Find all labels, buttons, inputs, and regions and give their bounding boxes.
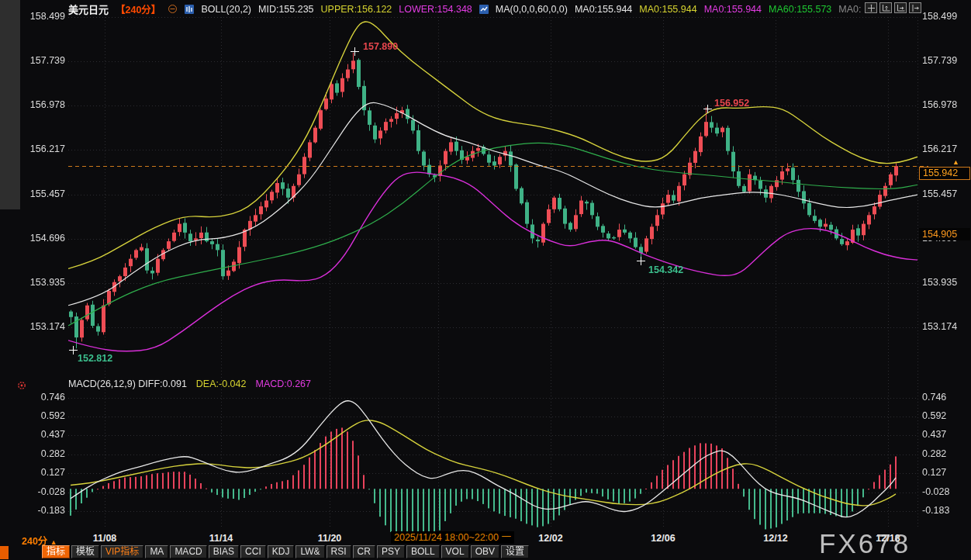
macd-axis-label: 0.592 bbox=[22, 410, 65, 421]
ma60-value: MA60:155.573 bbox=[769, 4, 831, 15]
date-label: 12/12 bbox=[763, 533, 787, 544]
macd-axis-label: 0.592 bbox=[922, 410, 965, 421]
toolbar-cci-button[interactable]: CCI bbox=[240, 545, 266, 558]
macd-settings-icon[interactable] bbox=[16, 380, 27, 394]
toolbar-cr-button[interactable]: CR bbox=[353, 545, 375, 558]
toolbar-obv-button[interactable]: OBV bbox=[471, 545, 499, 558]
crosshair-datetime-label: 2025/11/24 18:00~22:00 一 bbox=[391, 531, 514, 544]
macd-axis-label: -0.183 bbox=[22, 505, 65, 516]
price-axis-label: 153.174 bbox=[922, 321, 965, 332]
price-axis-label: 153.174 bbox=[22, 321, 65, 332]
macd-title-diff-value: MACD(26,12,9) DIFF:0.091 bbox=[68, 379, 187, 389]
date-label: 12/18 bbox=[876, 533, 900, 544]
ma0-magenta-value: MA0:155.944 bbox=[704, 4, 762, 15]
macd-header: MACD(26,12,9) DIFF:0.091 DEA:-0.042 MACD… bbox=[68, 379, 311, 389]
ma0-gray-value: MA0: bbox=[838, 4, 861, 15]
macd-axis-label: 0.282 bbox=[922, 448, 965, 459]
ma-indicator-icon[interactable] bbox=[479, 5, 489, 14]
corner-accent bbox=[0, 546, 9, 559]
macd-axis-label: -0.028 bbox=[22, 486, 65, 497]
price-axis-label: 158.499 bbox=[22, 11, 65, 22]
secondary-price-badge: 154.905 bbox=[919, 228, 970, 240]
price-axis-label: 156.217 bbox=[922, 143, 965, 154]
minus-circle-icon[interactable] bbox=[168, 4, 178, 14]
macd-axis-label: 0.127 bbox=[22, 467, 65, 478]
axis-zoom-up-icon[interactable] bbox=[879, 2, 892, 13]
macd-axis-label: -0.028 bbox=[922, 486, 965, 497]
price-up-arrow-icon: ▲ bbox=[952, 158, 959, 166]
high-price-annotation: 157.890 bbox=[363, 41, 398, 52]
toolbar-template-button[interactable]: 模板 bbox=[71, 545, 99, 558]
price-axis-label: 153.935 bbox=[922, 277, 965, 288]
price-axis-label: 156.978 bbox=[22, 99, 65, 110]
chart-canvas[interactable] bbox=[0, 0, 971, 532]
price-axis-label: 157.739 bbox=[22, 55, 65, 66]
macd-axis-label: 0.282 bbox=[22, 448, 65, 459]
toolbar-settings-button[interactable]: 设置 bbox=[501, 545, 529, 558]
left-sidebar bbox=[0, 0, 20, 209]
axis-play-right-icon[interactable] bbox=[894, 2, 907, 13]
toolbar-indicator-button[interactable]: 指标 bbox=[42, 545, 70, 558]
toolbar-ma-button[interactable]: MA bbox=[145, 545, 168, 558]
toolbar-vip-indicator-button[interactable]: VIP指标 bbox=[101, 545, 143, 558]
date-label: 11/14 bbox=[209, 533, 233, 544]
high-marker-cross-icon bbox=[703, 105, 712, 113]
page-forward-icon[interactable] bbox=[909, 2, 921, 13]
boll-name-label: BOLL(20,2) bbox=[201, 4, 251, 15]
price-axis-label: 157.739 bbox=[922, 55, 965, 66]
indicator-header: 美元日元 【240分】 BOLL(20,2) MID:155.235 UPPER… bbox=[68, 2, 862, 16]
price-axis-label: 156.217 bbox=[22, 143, 65, 154]
toolbar-lwr-button[interactable]: LW& bbox=[295, 545, 324, 558]
chart-toolbar bbox=[865, 2, 921, 13]
macd-axis-label: 0.437 bbox=[22, 429, 65, 440]
macd-axis-label: 0.437 bbox=[922, 429, 965, 440]
high-marker-cross-icon bbox=[351, 47, 359, 56]
toolbar-boll-button[interactable]: BOLL bbox=[406, 545, 440, 558]
toolbar-macd-button[interactable]: MACD bbox=[170, 545, 206, 558]
low-marker-cross-icon bbox=[637, 257, 645, 265]
ma0-yellow-value: MA0:155.944 bbox=[639, 4, 696, 15]
price-axis-label: 154.696 bbox=[22, 233, 65, 244]
high-price-annotation: 156.952 bbox=[714, 98, 749, 109]
date-label: 12/02 bbox=[538, 533, 562, 544]
price-axis-label: 153.935 bbox=[22, 277, 65, 288]
symbol-title: 美元日元 bbox=[68, 2, 109, 16]
toolbar-psy-button[interactable]: PSY bbox=[377, 545, 405, 558]
boll-mid-value: MID:155.235 bbox=[258, 4, 314, 15]
toolbar-rsi-button[interactable]: RSI bbox=[327, 545, 351, 558]
price-axis-label: 155.457 bbox=[922, 188, 965, 199]
macd-dea-value: DEA:-0.042 bbox=[196, 379, 247, 389]
low-marker-cross-icon bbox=[69, 346, 78, 354]
boll-indicator-icon[interactable] bbox=[185, 5, 194, 14]
price-axis-label: 155.457 bbox=[22, 188, 65, 199]
ma0-white-value: MA0:155.944 bbox=[575, 4, 632, 15]
date-label: 11/20 bbox=[318, 533, 342, 544]
boll-upper-value: UPPER:156.122 bbox=[321, 4, 392, 15]
ma-name-label: MA(0,0,0,60,0,0) bbox=[496, 4, 568, 15]
macd-axis-label: 0.127 bbox=[922, 467, 965, 478]
timeframe-label: 【240分】 bbox=[116, 2, 161, 16]
date-label: 11/08 bbox=[93, 533, 117, 544]
low-price-annotation: 152.812 bbox=[78, 353, 112, 364]
macd-axis-label: -0.183 bbox=[922, 505, 965, 516]
price-axis-label: 156.978 bbox=[922, 99, 965, 110]
toolbar-vol-button[interactable]: VOL bbox=[441, 545, 469, 558]
boll-lower-value: LOWER:154.348 bbox=[399, 4, 472, 15]
current-price-badge: 155.942 bbox=[919, 167, 970, 180]
crosshair-move-icon[interactable] bbox=[865, 2, 877, 13]
price-axis-label: 158.499 bbox=[922, 11, 965, 22]
macd-axis-label: 0.746 bbox=[22, 392, 65, 403]
low-price-annotation: 154.342 bbox=[648, 264, 683, 275]
macd-value: MACD:0.267 bbox=[255, 379, 311, 389]
macd-axis-label: 0.746 bbox=[922, 392, 965, 403]
toolbar-bias-button[interactable]: BIAS bbox=[209, 545, 239, 558]
indicator-toolbar: 指标 模板 VIP指标 MA MACD BIAS CCI KDJ LW& RSI… bbox=[42, 545, 529, 558]
toolbar-kdj-button[interactable]: KDJ bbox=[268, 545, 295, 558]
date-label: 12/06 bbox=[651, 533, 675, 544]
